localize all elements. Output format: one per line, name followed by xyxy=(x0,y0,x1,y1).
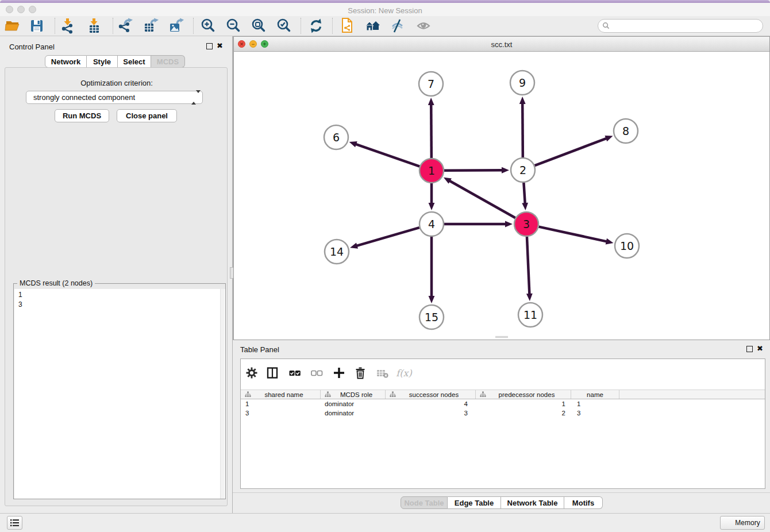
memory-label: Memory xyxy=(735,519,760,527)
zoom-out-icon[interactable] xyxy=(224,17,242,35)
open-sample-session-icon[interactable] xyxy=(338,17,356,35)
delete-column-icon[interactable] xyxy=(352,364,369,381)
graph-node-label: 9 xyxy=(519,76,526,89)
window-title: Session: New Session xyxy=(0,6,770,15)
graph-edge-1-6[interactable] xyxy=(356,144,419,167)
zoom-in-icon[interactable] xyxy=(199,17,217,35)
tab-mcds[interactable]: MCDS xyxy=(151,55,185,68)
graph-node-label: 11 xyxy=(523,309,537,321)
tab-network[interactable]: Network xyxy=(45,55,87,68)
tab-node-table[interactable]: Node Table xyxy=(401,496,448,509)
refresh-layout-icon[interactable] xyxy=(307,17,325,35)
tab-edge-table[interactable]: Edge Table xyxy=(448,496,501,509)
network-resize-grip[interactable] xyxy=(495,336,508,338)
graph-node-label: 8 xyxy=(622,125,629,137)
delete-table-icon xyxy=(374,364,391,381)
graph-edge-arrowhead xyxy=(429,203,435,210)
cell-shared-name: 1 xyxy=(245,400,249,407)
column-shared-name[interactable]: shared name xyxy=(241,390,321,399)
result-scrollbar[interactable] xyxy=(220,289,225,499)
graph-edge-arrowhead xyxy=(350,242,358,248)
table-row[interactable]: 1 dominator 4 1 1 xyxy=(241,400,765,409)
search-input[interactable] xyxy=(613,20,763,32)
close-panel-icon[interactable]: ✖ xyxy=(217,43,223,49)
column-type-icon xyxy=(390,391,396,398)
column-settings-icon[interactable] xyxy=(243,364,260,381)
home-icon[interactable] xyxy=(364,17,382,35)
graph-edge-2-8[interactable] xyxy=(535,138,607,165)
export-table-icon[interactable] xyxy=(141,17,160,35)
close-panel-button[interactable]: Close panel xyxy=(117,109,177,122)
task-history-button[interactable] xyxy=(7,516,22,530)
mcds-result-box: MCDS result (2 nodes) 1 3 xyxy=(13,283,226,499)
graph-node-label: 15 xyxy=(425,311,438,323)
select-stepper-icon xyxy=(191,93,197,102)
table-panel-divider xyxy=(233,492,770,493)
criterion-select[interactable]: strongly connected component xyxy=(26,91,203,104)
task-list-icon xyxy=(10,519,20,527)
graph-node-label: 14 xyxy=(330,245,344,258)
cell-successor-nodes: 3 xyxy=(390,410,468,417)
graph-edge-1-2[interactable] xyxy=(444,170,502,171)
table-row[interactable]: 3 dominator 3 2 3 xyxy=(241,409,765,418)
graph-node-label: 6 xyxy=(333,131,340,144)
select-all-columns-icon[interactable] xyxy=(286,364,303,381)
show-columns-icon[interactable] xyxy=(264,364,281,381)
cell-name: 1 xyxy=(577,400,580,407)
import-table-icon[interactable] xyxy=(85,17,103,35)
node-table-content: f(x) shared name MCDS role successor nod… xyxy=(240,358,765,489)
network-graph[interactable]: 1234678910111415 xyxy=(234,52,769,340)
graph-edge-1-7[interactable] xyxy=(431,105,432,158)
toolbar-separator xyxy=(332,18,333,34)
zoom-selected-icon[interactable] xyxy=(275,17,293,35)
import-network-icon[interactable] xyxy=(59,17,77,35)
search-box[interactable] xyxy=(598,19,763,33)
graph-edge-3-11[interactable] xyxy=(527,237,529,294)
graph-node-label: 2 xyxy=(519,164,526,176)
fx-label: f(x) xyxy=(396,368,411,379)
search-icon xyxy=(602,22,610,30)
show-panels-icon[interactable] xyxy=(414,17,433,35)
graph-edge-2-9[interactable] xyxy=(522,103,523,157)
graph-edge-3-1[interactable] xyxy=(449,181,515,218)
tab-select[interactable]: Select xyxy=(118,55,151,68)
column-name[interactable]: name xyxy=(571,390,619,399)
network-canvas[interactable]: 1234678910111415 xyxy=(234,52,769,340)
column-mcds-role[interactable]: MCDS role xyxy=(321,390,386,399)
graph-edge-2-3[interactable] xyxy=(523,183,525,203)
export-image-icon[interactable] xyxy=(167,17,185,35)
deselect-all-columns-icon[interactable] xyxy=(308,364,325,381)
hide-panels-icon[interactable] xyxy=(388,17,407,35)
network-window-titlebar[interactable]: ✕ − + scc.txt xyxy=(234,37,769,52)
close-table-panel-icon[interactable]: ✖ xyxy=(757,345,763,352)
control-panel-title: Control Panel xyxy=(9,43,55,51)
float-panel-icon[interactable] xyxy=(206,43,213,49)
graph-edge-4-14[interactable] xyxy=(357,228,419,246)
tab-network-table[interactable]: Network Table xyxy=(501,496,564,509)
column-type-icon xyxy=(245,391,251,398)
memory-button[interactable]: Memory xyxy=(720,516,765,530)
toolbar-separator xyxy=(193,18,194,34)
control-panel-tabs: Network Style Select MCDS xyxy=(45,55,185,68)
column-successor-nodes[interactable]: successor nodes xyxy=(386,390,476,399)
table-panel-title: Table Panel xyxy=(240,345,279,354)
graph-node-label: 1 xyxy=(428,164,435,177)
float-table-panel-icon[interactable] xyxy=(746,346,753,352)
add-column-icon[interactable] xyxy=(330,364,348,381)
column-predecessor-nodes[interactable]: predecessor nodes xyxy=(476,390,571,399)
save-session-icon[interactable] xyxy=(28,17,46,35)
open-session-icon[interactable] xyxy=(3,17,22,35)
zoom-fit-icon[interactable] xyxy=(249,17,268,35)
tab-style[interactable]: Style xyxy=(87,55,118,68)
table-header[interactable]: shared name MCDS role successor nodes pr… xyxy=(241,390,765,399)
graph-edge-arrowhead xyxy=(605,136,613,141)
result-line: 1 xyxy=(18,290,225,300)
mcds-result-text[interactable]: 1 3 xyxy=(14,289,225,499)
export-network-icon[interactable] xyxy=(116,17,134,35)
tab-motifs[interactable]: Motifs xyxy=(564,496,603,509)
graph-edge-3-10[interactable] xyxy=(538,227,606,242)
graph-node-label: 7 xyxy=(428,78,434,90)
graph-edge-arrowhead xyxy=(428,98,434,105)
run-mcds-button[interactable]: Run MCDS xyxy=(55,109,109,122)
toolbar-separator xyxy=(301,18,301,34)
